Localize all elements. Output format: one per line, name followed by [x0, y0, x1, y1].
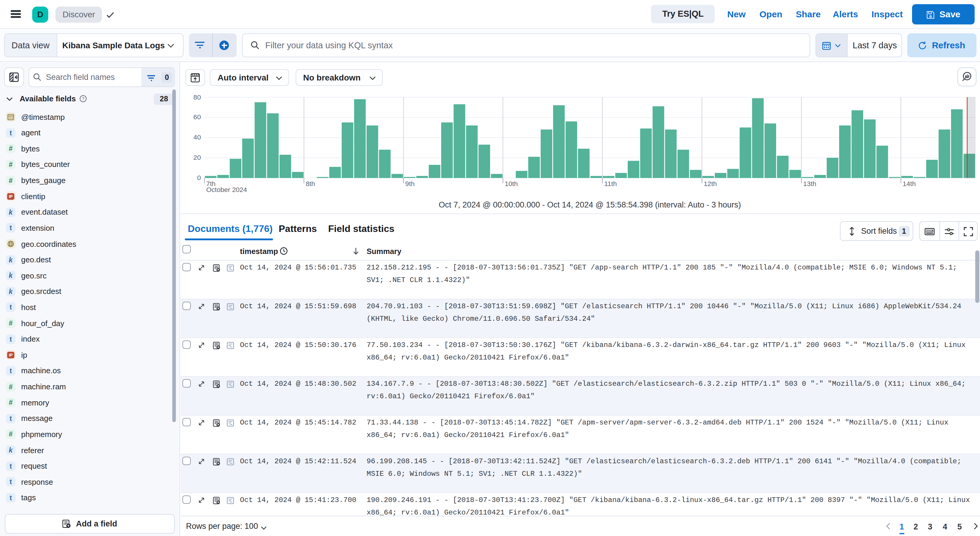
svg-text:?: ? [82, 96, 84, 101]
